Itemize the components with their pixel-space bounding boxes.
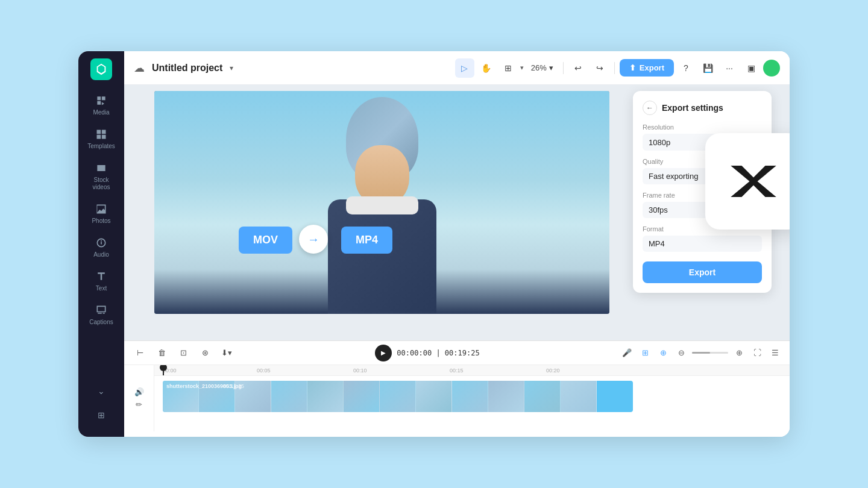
export-button[interactable]: ⬆ Export (620, 59, 674, 77)
fit-button[interactable]: ⛶ (750, 346, 764, 360)
track-thumb-5 (307, 381, 344, 412)
audio-icon (95, 237, 107, 249)
filter-tool-button[interactable]: ⊛ (197, 345, 213, 361)
export-label: Export (640, 63, 664, 72)
user-avatar[interactable] (763, 60, 780, 77)
sidebar-item-audio[interactable]: Audio (82, 232, 121, 263)
mp4-badge: MP4 (341, 227, 392, 254)
sidebar-bottom: ⌄ ⊞ (92, 381, 111, 430)
ruler-mark-5: 00:05 (257, 368, 271, 374)
project-title: Untitled project (152, 63, 222, 74)
main-area: ☁ Untitled project ▾ ▷ ✋ ⊞ ▾ 26% ▾ ↩ ↪ ⬆ (124, 51, 790, 437)
resolution-value: 1080p (649, 138, 670, 147)
timeline-toolbar: ⊢ 🗑 ⊡ ⊛ ⬇▾ ▶ 00:00:00 | 00:19:25 🎤 ⊞ ⊕ (124, 341, 790, 365)
app-window: Media Templates Stock videos Photos Audi (78, 51, 790, 437)
layout-dropdown[interactable]: ▾ (520, 64, 524, 72)
app-logo[interactable] (90, 58, 112, 80)
help-button[interactable]: ? (676, 58, 696, 78)
play-button[interactable]: ▶ (375, 345, 392, 361)
more-options-button[interactable]: ··· (720, 58, 739, 78)
sidebar-item-label: Text (96, 285, 107, 292)
save-button[interactable]: 💾 (698, 58, 717, 78)
track-type-button[interactable]: ⊞ (638, 346, 652, 360)
video-track[interactable]: shutterstock_2100369853.jpg 00:19:25 (163, 381, 633, 412)
track-controls: 🔊 ✏ (124, 365, 154, 431)
ruler-mark-20: 00:20 (546, 368, 560, 374)
split-view-button[interactable]: ▣ (741, 58, 761, 78)
zoom-value: 26% (531, 63, 547, 72)
resolution-label: Resolution (643, 124, 762, 131)
sidebar-item-templates[interactable]: Templates (82, 124, 121, 155)
stock-videos-icon (95, 162, 107, 174)
captions-icon (95, 304, 107, 316)
format-value: MP4 (643, 236, 762, 252)
zoom-out-button[interactable]: ⊖ (674, 346, 688, 360)
track-thumb-12 (561, 381, 597, 412)
ruler-mark-10: 00:10 (353, 368, 367, 374)
export-panel-header: ← Export settings (643, 101, 762, 115)
media-icon (95, 95, 107, 107)
sidebar: Media Templates Stock videos Photos Audi (78, 51, 124, 437)
header-divider-1 (563, 62, 564, 74)
timeline-right-controls: 🎤 ⊞ ⊕ ⊖ ⊕ ⛶ ☰ (620, 346, 782, 360)
header-divider-2 (614, 62, 615, 74)
zoom-slider[interactable] (692, 352, 728, 354)
layout-button[interactable]: ⊞ (498, 58, 518, 78)
canvas-area: MOV → MP4 ← Export settings Resolution 1… (124, 85, 790, 340)
split-tool-button[interactable]: ⊢ (131, 345, 148, 361)
track-duration: 00:19:25 (223, 383, 244, 389)
edit-track-button[interactable]: ✏ (136, 400, 142, 409)
current-time: 00:00:00 (397, 349, 432, 357)
sidebar-item-captions[interactable]: Captions (82, 299, 121, 331)
cloud-icon[interactable]: ☁ (134, 61, 145, 75)
zoom-in-button[interactable]: ⊕ (732, 346, 746, 360)
track-thumb-8 (416, 381, 452, 412)
volume-button[interactable]: 🔊 (134, 387, 144, 396)
header-tools: ▷ ✋ ⊞ ▾ 26% ▾ ↩ ↪ ⬆ Export ? 💾 ··· (455, 58, 780, 78)
crop-tool-button[interactable]: ⊡ (175, 345, 192, 361)
timeline-area: ⊢ 🗑 ⊡ ⊛ ⬇▾ ▶ 00:00:00 | 00:19:25 🎤 ⊞ ⊕ (124, 340, 790, 437)
caption-button[interactable]: ☰ (768, 346, 782, 360)
header: ☁ Untitled project ▾ ▷ ✋ ⊞ ▾ 26% ▾ ↩ ↪ ⬆ (124, 51, 790, 85)
track-thumb-6 (344, 381, 380, 412)
track-thumb-10 (488, 381, 524, 412)
mic-button[interactable]: 🎤 (620, 346, 634, 360)
track-thumb-7 (380, 381, 416, 412)
sidebar-item-label: Stock videos (86, 177, 117, 191)
collapse-button[interactable]: ⌄ (92, 381, 111, 401)
total-time: 00:19:25 (445, 349, 480, 357)
sidebar-item-photos[interactable]: Photos (82, 198, 121, 230)
timeline-ruler: 00:00 00:05 00:10 00:15 00:20 (154, 365, 790, 376)
panel-export-button[interactable]: Export (643, 261, 762, 283)
sidebar-item-media[interactable]: Media (82, 90, 121, 121)
text-icon (95, 271, 107, 283)
redo-button[interactable]: ↪ (590, 58, 609, 78)
magnet-button[interactable]: ⊕ (656, 346, 670, 360)
sidebar-item-label: Audio (93, 251, 109, 258)
timeline-center-controls: ▶ 00:00:00 | 00:19:25 (240, 345, 615, 361)
select-tool-button[interactable]: ▷ (455, 58, 474, 78)
track-thumb-9 (452, 381, 488, 412)
sidebar-item-label: Photos (92, 217, 110, 225)
sidebar-item-stock-videos[interactable]: Stock videos (82, 157, 121, 196)
timeline-track-area: 🔊 ✏ 00:00 00:05 00:10 00:15 00:20 (124, 365, 790, 431)
grid-icon[interactable]: ⊞ (92, 405, 111, 425)
templates-icon (95, 128, 107, 140)
large-logo-overlay (705, 133, 790, 230)
sidebar-item-label: Captions (89, 319, 113, 326)
zoom-dropdown-arrow: ▾ (549, 63, 553, 72)
project-title-dropdown[interactable]: ▾ (230, 64, 233, 72)
export-back-button[interactable]: ← (643, 101, 657, 115)
zoom-control[interactable]: 26% ▾ (526, 63, 558, 72)
time-separator: | (436, 349, 440, 357)
playhead[interactable] (163, 365, 164, 375)
delete-tool-button[interactable]: 🗑 (153, 345, 170, 361)
hand-tool-button[interactable]: ✋ (477, 58, 496, 78)
sidebar-item-text[interactable]: Text (82, 266, 121, 297)
undo-button[interactable]: ↩ (568, 58, 588, 78)
download-tool-button[interactable]: ⬇▾ (218, 345, 235, 361)
video-preview: MOV → MP4 (154, 91, 609, 314)
frame-rate-text: 30fps (649, 205, 668, 214)
export-icon: ⬆ (629, 63, 636, 72)
sidebar-item-label: Templates (87, 143, 115, 150)
